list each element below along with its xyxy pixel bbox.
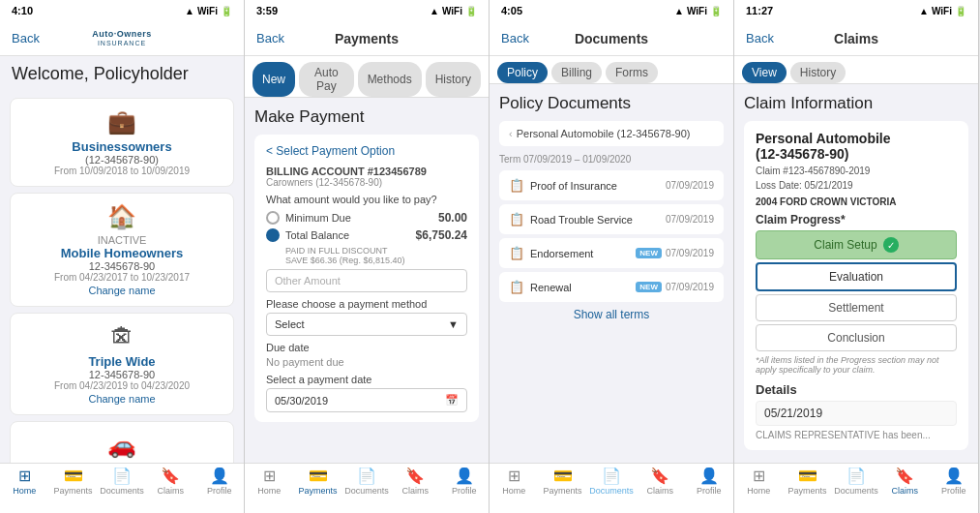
tab-label-payments-2: Payments (299, 486, 338, 496)
option-total-value: $6,750.24 (416, 228, 467, 242)
tab-documents-4[interactable]: 📄 Documents (837, 468, 876, 507)
tab-claims-3[interactable]: 🔖 Claims (640, 468, 679, 507)
tab-payments-1[interactable]: 💳 Payments (54, 468, 93, 507)
doc-item-3[interactable]: 📋 Renewal NEW 07/09/2019 (499, 272, 724, 302)
step-claim-setup: Claim Setup ✓ (756, 230, 957, 259)
doc-item-2[interactable]: 📋 Endorsement NEW 07/09/2019 (499, 238, 724, 268)
billing-sub: Carowners (12-345678-90) (266, 177, 467, 188)
tab-profile-2[interactable]: 👤 Profile (445, 468, 484, 507)
tab-profile-1[interactable]: 👤 Profile (200, 468, 239, 507)
payments-tabs: New Auto Pay Methods History (245, 56, 489, 98)
tab-documents-1[interactable]: 📄 Documents (103, 468, 141, 507)
other-amount-box[interactable]: Other Amount (266, 269, 467, 292)
tab-documents-3[interactable]: 📄 Documents (592, 468, 631, 507)
payments-section-title: Make Payment (254, 107, 479, 127)
tab-claims-4[interactable]: 🔖 Claims (885, 468, 924, 507)
tab-view[interactable]: View (742, 62, 787, 83)
change-name-2[interactable]: Change name (88, 285, 155, 296)
inactive-label: INACTIVE (98, 234, 147, 246)
tab-profile-4[interactable]: 👤 Profile (935, 468, 973, 507)
doc-item-1[interactable]: 📋 Road Trouble Service 07/09/2019 (499, 204, 724, 234)
step-conclusion: Conclusion (756, 324, 957, 351)
tab-claims-1[interactable]: 🔖 Claims (151, 468, 190, 507)
policy-card-2[interactable]: 🏠 INACTIVE Mobile Homeowners 12-345678-9… (10, 193, 234, 307)
back-button-1[interactable]: Back (12, 31, 40, 45)
tab-home-4[interactable]: ⊞ Home (739, 468, 778, 507)
status-bar-1: 4:10 ▲ WiFi 🔋 (0, 0, 244, 21)
bottom-nav-3: ⊞ Home 💳 Payments 📄 Documents 🔖 Claims 👤… (490, 463, 733, 513)
tab-documents-2[interactable]: 📄 Documents (347, 468, 386, 507)
profile-icon-4: 👤 (944, 468, 964, 484)
tab-payments-3[interactable]: 💳 Payments (544, 468, 582, 507)
tab-forms[interactable]: Forms (606, 62, 658, 83)
policy-num-1: (12-345678-90) (85, 154, 159, 166)
doc-date-0: 07/09/2019 (666, 180, 714, 191)
breadcrumb-text[interactable]: Personal Automobile (12-345678-90) (517, 128, 691, 139)
tab-claims-2[interactable]: 🔖 Claims (396, 468, 434, 507)
tab-profile-3[interactable]: 👤 Profile (690, 468, 728, 507)
due-date-label: Due date (266, 342, 467, 353)
tab-methods[interactable]: Methods (358, 62, 422, 97)
homeowners-icon: 🏠 (107, 203, 136, 230)
nav-title-3: Documents (575, 31, 648, 46)
breadcrumb-arrow: ‹ (509, 128, 513, 139)
tab-history[interactable]: History (426, 62, 481, 97)
tab-home-3[interactable]: ⊞ Home (494, 468, 533, 507)
tab-billing[interactable]: Billing (551, 62, 602, 83)
payments-content: Make Payment < Select Payment Option BIL… (245, 98, 489, 463)
show-all-terms[interactable]: Show all terms (499, 308, 724, 321)
tab-label-home-3: Home (502, 486, 525, 496)
progress-label: Claim Progress* (756, 213, 957, 226)
bottom-nav-4: ⊞ Home 💳 Payments 📄 Documents 🔖 Claims 👤… (734, 463, 978, 513)
tab-label-claims-1: Claims (158, 486, 185, 496)
nav-bar-2: Back Payments (245, 21, 489, 56)
bottom-nav-2: ⊞ Home 💳 Payments 📄 Documents 🔖 Claims 👤… (245, 463, 489, 513)
docs-tabs: Policy Billing Forms (490, 56, 733, 84)
tab-home-1[interactable]: ⊞ Home (5, 468, 44, 507)
doc-date-3: 07/09/2019 (666, 282, 714, 292)
brand-logo-1: Auto·Owners INSURANCE (92, 30, 152, 47)
radio-total[interactable] (266, 228, 280, 242)
radio-minimum[interactable] (266, 211, 280, 225)
payment-method-label: Please choose a payment method (266, 298, 467, 310)
tab-autopay[interactable]: Auto Pay (299, 62, 354, 97)
back-button-2[interactable]: Back (256, 31, 284, 45)
tab-label-docs-2: Documents (344, 486, 389, 496)
policy-card-3[interactable]: 🏚 Triple Wide 12-345678-90 From 04/23/20… (10, 313, 234, 415)
check-icon: ✓ (883, 237, 899, 253)
tab-payments-2[interactable]: 💳 Payments (299, 468, 338, 507)
home-icon-4: ⊞ (753, 468, 765, 484)
step-label-2: Settlement (828, 301, 883, 315)
tab-history[interactable]: History (790, 62, 846, 83)
option-total-label: Total Balance (285, 229, 349, 241)
car-icon: 🚗 (107, 432, 136, 459)
doc-item-left-2: 📋 Endorsement (509, 246, 593, 260)
policy-date-2: From 04/23/2017 to 10/23/2017 (54, 272, 190, 283)
policy-card-4[interactable]: 🚗 (10, 421, 234, 463)
doc-item-0[interactable]: 📋 Proof of Insurance 07/09/2019 (499, 170, 724, 200)
tab-payments-4[interactable]: 💳 Payments (788, 468, 827, 507)
change-name-3[interactable]: Change name (88, 393, 155, 405)
back-button-4[interactable]: Back (746, 31, 774, 45)
tab-label-claims-2: Claims (402, 486, 430, 496)
date-input[interactable]: 05/30/2019 📅 (266, 388, 467, 412)
other-amount-label: Other Amount (275, 275, 341, 287)
tab-label-payments-1: Payments (54, 486, 93, 496)
doc-icon-2: 📋 (509, 246, 524, 260)
tab-label-profile-4: Profile (941, 486, 966, 496)
tab-new[interactable]: New (252, 62, 295, 97)
claims-section-title: Claim Information (744, 94, 968, 113)
payments-icon-1: 💳 (64, 468, 83, 484)
vehicle-info: 2004 FORD CROWN VICTORIA (756, 196, 957, 207)
policy-name-1: Businessowners (72, 139, 171, 154)
tab-label-docs-4: Documents (834, 486, 878, 496)
payment-method-select[interactable]: Select ▼ (266, 313, 467, 336)
time-4: 11:27 (746, 5, 773, 16)
tab-label-profile-1: Profile (207, 486, 232, 496)
select-payment-option[interactable]: < Select Payment Option (266, 144, 467, 158)
policy-card-1[interactable]: 💼 Businessowners (12-345678-90) From 10/… (10, 98, 234, 187)
back-button-3[interactable]: Back (501, 31, 529, 45)
tab-home-2[interactable]: ⊞ Home (250, 468, 288, 507)
loss-date: Loss Date: 05/21/2019 (756, 178, 957, 193)
tab-policy[interactable]: Policy (497, 62, 548, 83)
